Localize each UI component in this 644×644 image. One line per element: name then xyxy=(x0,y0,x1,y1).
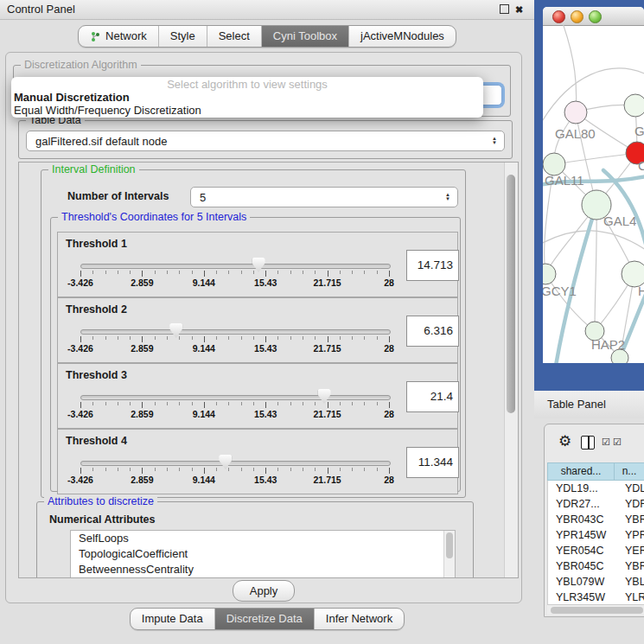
num-intervals-label: Number of Intervals xyxy=(67,190,169,202)
checkbox-icon[interactable]: ☑ xyxy=(602,437,610,448)
attributes-group: Attributes to discretize Numerical Attri… xyxy=(36,501,474,578)
node-label: GAL4 xyxy=(603,214,636,228)
panel-title: Control Panel xyxy=(7,0,75,19)
network-canvas[interactable]: GAL80 GAL11 GAL4 GCY1 HAP2 G C H xyxy=(543,25,644,363)
tab-jactivemnodules[interactable]: jActiveMNodules xyxy=(348,26,456,47)
node-label: GCY1 xyxy=(543,284,577,298)
group-title: Interval Definition xyxy=(48,163,139,176)
slider-tick-labels: -3.4262.8599.14415.4321.71528 xyxy=(80,343,389,355)
slider-track[interactable] xyxy=(80,329,391,335)
tab-cyni-toolbox[interactable]: Cyni Toolbox xyxy=(261,26,348,47)
threshold-label: Threshold 1 xyxy=(66,238,127,250)
attributes-list[interactable]: SelfLoopsTopologicalCoefficientBetweenne… xyxy=(70,530,456,578)
dropdown-hint: Select algorithm to view settings xyxy=(11,78,483,91)
table-row[interactable]: YLR345WYLR3 xyxy=(548,590,644,604)
threshold-panel: Threshold 4 -3.4262.8599.14415.4321.7152… xyxy=(57,429,458,494)
tab-select[interactable]: Select xyxy=(207,26,261,47)
slider-tick-labels: -3.4262.8599.14415.4321.71528 xyxy=(80,409,389,421)
table-row[interactable]: YBR045CYBR0 xyxy=(548,558,644,574)
node-label: GAL11 xyxy=(545,173,584,188)
stepper-arrows-icon: ▲▼ xyxy=(442,193,454,201)
table-row[interactable]: YDR27...YDR2 xyxy=(548,496,644,512)
node-label-partial: H xyxy=(638,284,644,298)
interval-definition-group: Interval Definition Number of Intervals … xyxy=(41,169,466,498)
node-gal80[interactable] xyxy=(564,101,587,124)
threshold-panel: Threshold 3 -3.4262.8599.14415.4321.7152… xyxy=(57,363,458,429)
slider-tick-labels: -3.4262.8599.14415.4321.71528 xyxy=(80,277,389,290)
checkbox-icon[interactable]: ☑ xyxy=(613,437,622,448)
num-intervals-combobox[interactable]: 5 ▲▼ xyxy=(190,187,458,207)
group-title: Discretization Algorithm xyxy=(21,59,141,72)
stepper-arrows-icon: ▲▼ xyxy=(488,137,501,145)
top-tabbar: Network Style Select Cyni Toolbox jActiv… xyxy=(0,25,534,48)
numerical-attributes-label: Numerical Attributes xyxy=(49,513,155,526)
thresholds-group: Threshold's Coordinates for 5 Intervals … xyxy=(50,217,461,492)
node-label: HAP2 xyxy=(591,337,625,352)
table-rows[interactable]: YDL19...YDL1YDR27...YDR2YBR043CYBR0YPR14… xyxy=(547,481,644,604)
threshold-value-field[interactable]: 6.316 xyxy=(406,316,459,347)
split-columns-icon[interactable] xyxy=(581,436,595,450)
table-panel-body: ⚙ ☑ ☑ shared... n... YDL19...YDL1YDR27..… xyxy=(544,424,644,617)
threshold-label: Threshold 3 xyxy=(66,369,127,381)
slider-track[interactable] xyxy=(80,264,391,269)
node-label-partial: C xyxy=(638,158,644,173)
scrollbar-thumb[interactable] xyxy=(551,607,643,614)
threshold-panel: Threshold 1 -3.4262.8599.14415.4321.7152… xyxy=(57,232,458,297)
slider-track[interactable] xyxy=(80,395,391,400)
vertical-scrollbar[interactable] xyxy=(504,163,518,577)
close-icon[interactable]: ✖ xyxy=(515,4,523,15)
column-header-name[interactable]: n... xyxy=(615,462,644,481)
table-row[interactable]: YDL19...YDL1 xyxy=(548,481,644,496)
gear-icon[interactable]: ⚙ xyxy=(558,432,571,450)
control-panel-titlebar: Control Panel ✖ xyxy=(0,0,534,20)
tab-impute-data[interactable]: Impute Data xyxy=(131,609,214,629)
node-label: GAL80 xyxy=(555,126,596,141)
table-data-combobox[interactable]: galFiltered.sif default node ▲▼ xyxy=(26,131,505,151)
table-toolbar: ⚙ ☑ ☑ xyxy=(545,424,644,461)
table-row[interactable]: YPR145WYPR1 xyxy=(548,527,644,543)
scrollbar-thumb[interactable] xyxy=(507,175,515,413)
group-title: Threshold's Coordinates for 5 Intervals xyxy=(58,211,250,224)
tab-network[interactable]: Network xyxy=(79,26,158,47)
zoom-traffic-light-icon[interactable] xyxy=(589,10,602,23)
threshold-value-field[interactable]: 14.713 xyxy=(406,250,459,281)
table-panel-titlebar: Table Panel xyxy=(534,391,644,418)
list-scrollbar[interactable] xyxy=(443,531,455,578)
network-window-titlebar xyxy=(543,7,644,26)
threshold-value-field[interactable]: 11.344 xyxy=(406,447,459,478)
list-item[interactable]: TopologicalCoefficient xyxy=(71,546,455,562)
float-window-icon[interactable] xyxy=(500,4,509,14)
threshold-panel: Threshold 2 -3.4262.8599.14415.4321.7152… xyxy=(57,297,458,363)
list-item[interactable]: BetweennessCentrality xyxy=(71,562,455,577)
table-row[interactable]: YBL079WYBL0 xyxy=(548,574,644,590)
table-header-row: shared... n... xyxy=(547,462,644,481)
node-gcy1[interactable] xyxy=(543,264,556,284)
tab-discretize-data[interactable]: Discretize Data xyxy=(214,609,314,629)
bottom-tabbar: Impute Data Discretize Data Infer Networ… xyxy=(0,608,534,630)
threshold-label: Threshold 2 xyxy=(66,303,127,316)
threshold-value-field[interactable]: 21.4 xyxy=(406,381,459,412)
tab-style[interactable]: Style xyxy=(158,26,207,47)
node-top-right[interactable] xyxy=(624,94,644,117)
settings-scroll-area: Interval Definition Number of Intervals … xyxy=(18,162,519,578)
group-title: Attributes to discretize xyxy=(44,495,157,508)
column-header-shared[interactable]: shared... xyxy=(547,462,615,481)
minimize-traffic-light-icon[interactable] xyxy=(571,10,583,23)
horizontal-scrollbar[interactable] xyxy=(547,604,644,615)
slider-track[interactable] xyxy=(80,461,391,466)
dropdown-option-manual[interactable]: Manual Discretization xyxy=(14,91,130,104)
close-traffic-light-icon[interactable] xyxy=(552,10,565,23)
dropdown-option-equal-width[interactable]: Equal Width/Frequency Discretization xyxy=(14,104,201,117)
algorithm-dropdown-popup: Select algorithm to view settings Manual… xyxy=(11,77,483,118)
slider-tick-labels: -3.4262.8599.14415.4321.71528 xyxy=(80,475,389,487)
tab-infer-network[interactable]: Infer Network xyxy=(314,609,404,629)
network-view-window: GAL80 GAL11 GAL4 GCY1 HAP2 G C H xyxy=(543,7,644,363)
apply-button[interactable]: Apply xyxy=(233,580,295,602)
combobox-value: galFiltered.sif default node xyxy=(27,135,488,148)
combobox-value: 5 xyxy=(191,191,442,204)
table-row[interactable]: YER054CYER0 xyxy=(548,543,644,558)
list-item[interactable]: SelfLoops xyxy=(71,531,455,546)
network-icon xyxy=(90,31,101,42)
table-panel-title: Table Panel xyxy=(547,391,606,418)
table-row[interactable]: YBR043CYBR0 xyxy=(548,512,644,527)
